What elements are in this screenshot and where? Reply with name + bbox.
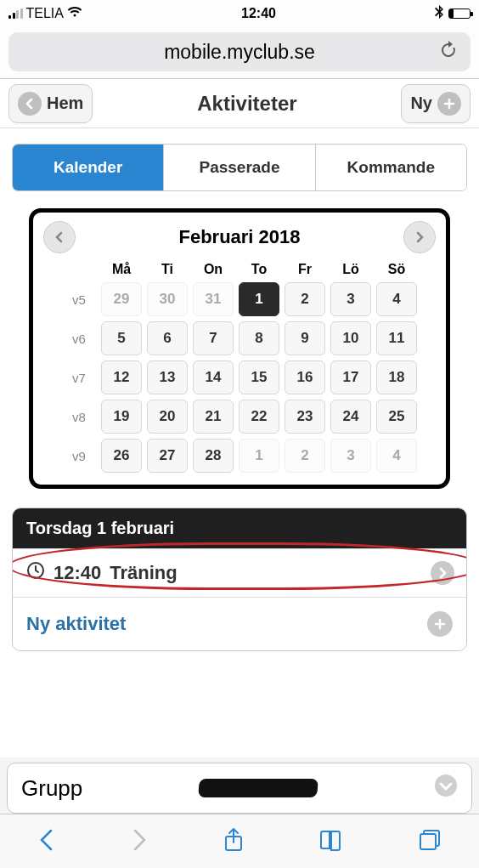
back-label: Hem [47,94,83,113]
tab-passerade[interactable]: Passerade [164,145,315,190]
browser-forward-icon [130,827,149,856]
bookmarks-icon[interactable] [318,829,344,854]
bluetooth-icon [435,5,443,22]
calendar-day[interactable]: 31 [193,282,234,316]
calendar-day[interactable]: 14 [193,360,234,394]
calendar-day[interactable]: 22 [239,400,279,434]
clock-icon [26,561,45,585]
calendar-day[interactable]: 25 [376,400,417,434]
calendar-day[interactable]: 4 [376,282,417,316]
calendar-day[interactable]: 4 [376,439,417,473]
calendar-week-label: v7 [62,371,96,385]
calendar-day-header: To [239,262,279,277]
calendar-week-label: v9 [62,449,96,463]
calendar-day[interactable]: 26 [101,439,142,473]
event-title: Träning [110,562,177,584]
battery-icon [448,9,471,19]
browser-url-area: mobile.myclub.se [0,27,479,79]
calendar-next-button[interactable] [403,221,436,253]
carrier-label: TELIA [26,6,64,21]
group-selector[interactable]: Grupp [7,763,472,814]
calendar-day[interactable]: 10 [330,321,371,355]
page-header: Hem Aktiviteter Ny [0,79,479,128]
calendar-grid: MåTiOnToFrLöSöv52930311234v6567891011v71… [43,262,436,473]
calendar-week-label: v6 [62,332,96,346]
arrow-left-icon [18,92,42,116]
url-bar[interactable]: mobile.myclub.se [8,32,471,71]
calendar-day-header: Lö [330,262,371,277]
new-activity-button[interactable]: Ny aktivitet [13,597,466,650]
redacted-scribble [198,779,318,797]
calendar-week-label: v8 [62,410,96,424]
chevron-right-icon [431,561,454,585]
safari-toolbar [0,814,479,868]
svg-rect-4 [420,834,436,849]
tab-kommande[interactable]: Kommande [316,145,466,190]
new-label: Ny [410,94,432,113]
svg-point-1 [435,774,457,797]
calendar-day-header: Fr [285,262,325,277]
calendar-day[interactable]: 30 [147,282,188,316]
calendar-day-header: Må [101,262,142,277]
page-title: Aktiviteter [197,92,296,116]
calendar-day[interactable]: 24 [330,400,371,434]
calendar-day[interactable]: 1 [239,439,279,473]
calendar-prev-button[interactable] [43,221,76,253]
calendar-day[interactable]: 16 [285,360,325,394]
calendar-day[interactable]: 9 [285,321,325,355]
calendar-day[interactable]: 15 [239,360,279,394]
view-tabs: KalenderPasseradeKommande [12,144,467,191]
signal-bars-icon [8,9,23,19]
calendar-day[interactable]: 21 [193,400,234,434]
calendar-day[interactable]: 2 [285,439,325,473]
calendar-day[interactable]: 29 [101,282,142,316]
event-time: 12:40 [54,562,101,584]
calendar-day[interactable]: 27 [147,439,188,473]
day-panel-date: Torsdag 1 februari [13,508,466,548]
event-row[interactable]: 12:40 Träning [13,548,466,597]
status-time: 12:40 [241,6,276,21]
calendar-day[interactable]: 18 [376,360,417,394]
back-button[interactable]: Hem [8,84,93,123]
calendar-day[interactable]: 8 [239,321,279,355]
wifi-icon [67,6,82,21]
calendar-week-label: v5 [62,292,96,307]
calendar-day[interactable]: 6 [147,321,188,355]
tabs-icon[interactable] [418,828,442,855]
calendar-day-header: On [193,262,234,277]
plus-icon [437,92,461,116]
calendar-day[interactable]: 20 [147,400,188,434]
calendar-day-header: Sö [376,262,417,277]
day-panel: Torsdag 1 februari 12:40 Träning Ny akti… [12,508,467,651]
calendar-day-header: Ti [147,262,188,277]
chevron-down-icon [434,774,458,803]
calendar-day[interactable]: 7 [193,321,234,355]
plus-icon [427,611,453,637]
calendar-day[interactable]: 3 [330,282,371,316]
calendar-day[interactable]: 13 [147,360,188,394]
calendar-day[interactable]: 3 [330,439,371,473]
calendar-day[interactable]: 28 [193,439,234,473]
status-bar: TELIA 12:40 [0,0,479,27]
calendar-day[interactable]: 12 [101,360,142,394]
url-text: mobile.myclub.se [164,41,315,64]
calendar-day[interactable]: 17 [330,360,371,394]
calendar-day[interactable]: 1 [239,282,279,316]
reload-icon[interactable] [438,40,459,64]
group-label: Grupp [21,775,82,802]
new-button[interactable]: Ny [401,84,471,123]
share-icon[interactable] [223,827,245,856]
calendar-widget: Februari 2018 MåTiOnToFrLöSöv52930311234… [29,208,450,489]
browser-back-icon[interactable] [37,827,56,856]
calendar-day[interactable]: 11 [376,321,417,355]
calendar-day[interactable]: 19 [101,400,142,434]
new-activity-label: Ny aktivitet [26,613,126,635]
calendar-day[interactable]: 2 [285,282,325,316]
content-area: KalenderPasseradeKommande Februari 2018 … [0,128,479,757]
calendar-day[interactable]: 5 [101,321,142,355]
calendar-day[interactable]: 23 [285,400,325,434]
tab-kalender[interactable]: Kalender [13,145,164,190]
calendar-title: Februari 2018 [178,226,300,248]
